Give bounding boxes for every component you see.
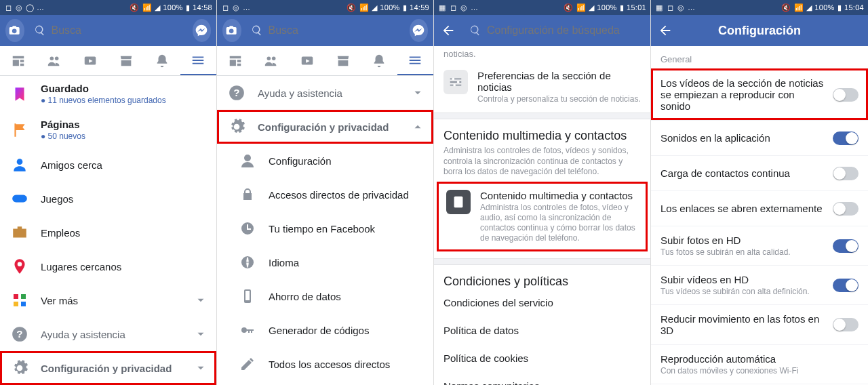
tab-menu[interactable] <box>397 46 433 75</box>
toggle-switch[interactable] <box>833 202 859 216</box>
submenu-code-generator[interactable]: Generador de códigos <box>217 313 433 347</box>
tab-notifications[interactable] <box>361 46 397 75</box>
toggle-videos-sound[interactable]: Los vídeos de la sección de noticias se … <box>651 68 868 120</box>
signal-icon: ◢ <box>589 3 594 12</box>
tab-marketplace[interactable] <box>108 46 144 75</box>
menu-settings-privacy[interactable]: Configuración y privacidad <box>0 351 216 385</box>
tab-watch[interactable] <box>72 46 108 75</box>
menu-help[interactable]: Ayuda y asistencia <box>217 76 433 110</box>
tab-notifications[interactable] <box>144 46 180 75</box>
svg-rect-22 <box>21 294 26 299</box>
toggle-switch[interactable] <box>833 239 859 253</box>
chevron-down-icon <box>412 87 424 99</box>
menu-nearby-places[interactable]: Lugares cercanos <box>0 249 216 283</box>
lock-icon <box>239 186 256 203</box>
menu-logout[interactable]: Salir <box>217 381 433 385</box>
back-button[interactable] <box>441 23 456 38</box>
menu-games[interactable]: Juegos <box>0 182 216 216</box>
menu-pages[interactable]: Páginas● 50 nuevos <box>0 112 216 148</box>
back-icon <box>441 23 456 38</box>
toggle-app-sounds[interactable]: Sonidos en la aplicación <box>651 120 868 155</box>
search-input[interactable] <box>269 24 404 37</box>
menu-see-more[interactable]: Ver más <box>0 283 216 317</box>
menu-settings-privacy[interactable]: Configuración y privacidad <box>217 110 433 144</box>
row-news-feed-preferences[interactable]: Preferencias de la sección de noticias C… <box>434 62 650 113</box>
link-terms-of-service[interactable]: Condiciones del servicio <box>434 289 650 317</box>
toggle-switch[interactable] <box>833 318 859 331</box>
messenger-button[interactable] <box>193 19 212 42</box>
wifi-icon: 📶 <box>359 3 369 12</box>
search-icon <box>251 24 263 37</box>
flag-icon <box>11 121 28 139</box>
toggle-label: Reducir movimiento en las fotos en 3D <box>660 313 826 336</box>
toggle-label: Carga de contactos continua <box>660 167 826 179</box>
search-input[interactable] <box>487 24 644 37</box>
tab-feed[interactable] <box>217 46 253 75</box>
key-icon <box>239 322 256 338</box>
toggle-upload-videos-hd[interactable]: Subir vídeos en HDTus vídeos se subirán … <box>651 265 868 304</box>
toggle-switch[interactable] <box>833 131 859 145</box>
camera-button[interactable] <box>5 19 24 42</box>
menu-saved[interactable]: Guardado● 11 nuevos elementos guardados <box>0 76 216 112</box>
help-icon <box>228 84 245 102</box>
toggle-label: Subir vídeos en HD <box>660 274 826 285</box>
more-notif-icon: … <box>37 3 44 12</box>
menu-label: Accesos directos de privacidad <box>269 189 424 201</box>
clock: 14:58 <box>193 3 212 12</box>
search-input[interactable] <box>52 24 187 37</box>
toggle-switch[interactable] <box>833 88 859 102</box>
search-field[interactable] <box>30 24 187 37</box>
android-statusbar: ◻ ◎ ◯ … 🔇 📶 ◢ 100% ▮ 14:58 <box>0 0 216 15</box>
submenu-all-shortcuts[interactable]: Todos los accesos directos <box>217 347 433 381</box>
user-silhouette-icon <box>239 153 256 169</box>
submenu-your-time[interactable]: Tu tiempo en Facebook <box>217 211 433 245</box>
search-field[interactable] <box>247 24 404 37</box>
android-statusbar: ▦◻◎… 🔇📶◢100%▮15:04 <box>651 0 868 15</box>
submenu-language[interactable]: Idioma <box>217 245 433 279</box>
fb-header-title: Configuración <box>651 15 868 46</box>
tab-marketplace[interactable] <box>326 46 361 75</box>
link-cookie-policy[interactable]: Política de cookies <box>434 344 650 372</box>
config-body: General Los vídeos de la sección de noti… <box>651 46 868 385</box>
search-field[interactable] <box>465 24 644 37</box>
toggle-upload-photos-hd[interactable]: Subir fotos en HDTus fotos se subirán en… <box>651 226 868 265</box>
menu-help[interactable]: Ayuda y asistencia <box>0 317 216 351</box>
camera-button[interactable] <box>222 19 241 42</box>
tab-feed[interactable] <box>0 46 36 75</box>
row-desc: Controla y personaliza tu sección de not… <box>477 94 641 104</box>
back-button[interactable] <box>658 23 673 38</box>
section-divider <box>434 258 650 265</box>
menu-label: Páginas <box>41 119 207 130</box>
tab-groups[interactable] <box>253 46 289 75</box>
phone-4: ▦◻◎… 🔇📶◢100%▮15:04 Configuración General… <box>651 0 868 385</box>
tab-groups[interactable] <box>36 46 72 75</box>
menu-list: Guardado● 11 nuevos elementos guardados … <box>0 76 216 385</box>
submenu-privacy-shortcuts[interactable]: Accesos directos de privacidad <box>217 178 433 211</box>
menu-label: Ahorro de datos <box>269 291 424 302</box>
battery-icon: ▮ <box>403 3 407 12</box>
toggle-switch[interactable] <box>833 167 859 180</box>
link-community-standards[interactable]: Normas comunitarias <box>434 372 650 385</box>
mute-icon: 🔇 <box>347 3 356 12</box>
battery-icon: ▮ <box>620 3 624 12</box>
link-data-policy[interactable]: Política de datos <box>434 317 650 344</box>
menu-jobs[interactable]: Empleos <box>0 216 216 249</box>
submenu-configuration[interactable]: Configuración <box>217 144 433 178</box>
signal-icon: ◢ <box>806 3 812 12</box>
menu-label: Guardado <box>41 83 207 94</box>
tab-menu[interactable] <box>180 46 216 75</box>
messenger-button[interactable] <box>410 19 429 42</box>
menu-friends-nearby[interactable]: Amigos cerca <box>0 148 216 182</box>
submenu-data-saver[interactable]: Ahorro de datos <box>217 279 433 313</box>
clock: 15:01 <box>627 3 646 12</box>
row-autoplay[interactable]: Reproducción automáticaCon datos móviles… <box>651 344 868 384</box>
row-media-contacts[interactable]: Contenido multimedia y contactos Adminis… <box>437 182 648 251</box>
toggle-continuous-contacts[interactable]: Carga de contactos continua <box>651 155 868 190</box>
toggle-links-external[interactable]: Los enlaces se abren externamente <box>651 190 868 226</box>
pin-icon <box>11 258 28 275</box>
toggle-switch[interactable] <box>833 279 859 292</box>
fb-notif-icon: ◻ <box>666 3 674 12</box>
svg-rect-24 <box>21 302 26 306</box>
tab-watch[interactable] <box>289 46 325 75</box>
toggle-reduce-3d-motion[interactable]: Reducir movimiento en las fotos en 3D <box>651 304 868 344</box>
